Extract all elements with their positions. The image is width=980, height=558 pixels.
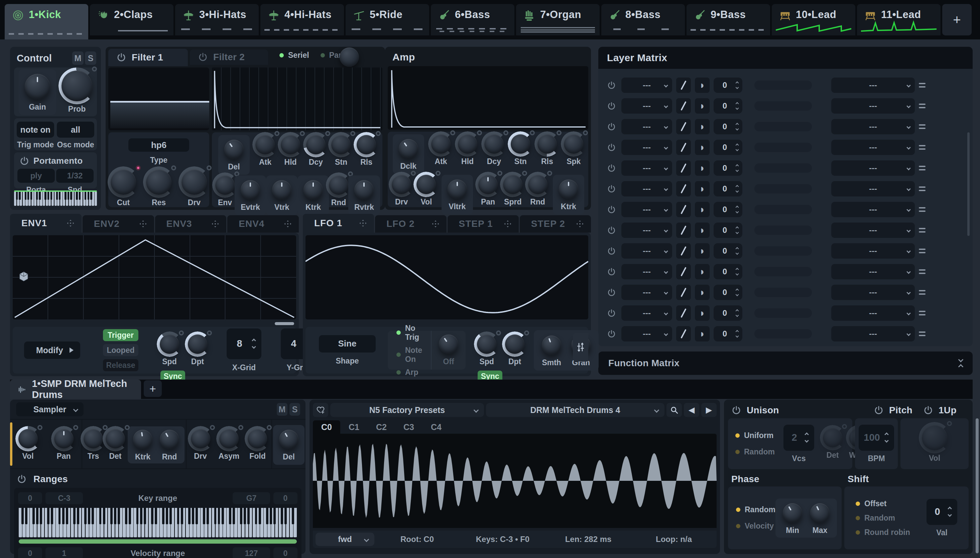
- env-tab[interactable]: ENV4: [227, 215, 299, 233]
- row-drag-handle[interactable]: [919, 269, 926, 274]
- lfo-tab[interactable]: LFO 2: [375, 215, 446, 233]
- modify-menu[interactable]: Modify: [24, 341, 80, 359]
- mod-target-select[interactable]: ---: [831, 119, 915, 134]
- knob[interactable]: Cut: [111, 169, 136, 207]
- mod-curve-button[interactable]: ◗: [695, 243, 709, 259]
- track-tab[interactable]: 8•Bass: [601, 4, 685, 35]
- knob[interactable]: Rnd: [160, 430, 179, 461]
- key-low-note[interactable]: C-3: [46, 492, 83, 504]
- row-drag-handle[interactable]: [919, 228, 926, 233]
- knob[interactable]: Del: [273, 425, 304, 465]
- knob[interactable]: Evtrk: [235, 176, 266, 215]
- key-low-velocity[interactable]: 0: [18, 492, 42, 504]
- mod-source-select[interactable]: ---: [621, 243, 672, 259]
- mod-polarity-button[interactable]: [676, 223, 691, 238]
- track-tab[interactable]: 4•Hi-Hats: [260, 4, 344, 35]
- move-icon[interactable]: [139, 220, 148, 228]
- add-track-button[interactable]: +: [942, 4, 972, 35]
- portamento-power-icon[interactable]: [20, 156, 30, 166]
- oneup-power-icon[interactable]: [923, 405, 933, 415]
- mod-polarity-button[interactable]: [676, 326, 691, 341]
- mod-amount-slider[interactable]: [754, 246, 812, 256]
- mod-target-select[interactable]: ---: [831, 181, 915, 197]
- lfo-mapping-button[interactable]: [573, 333, 588, 361]
- knob[interactable]: Atk: [431, 134, 451, 166]
- lfo-tab[interactable]: STEP 1: [448, 215, 519, 233]
- knob[interactable]: Stn: [331, 135, 351, 167]
- preset-select[interactable]: DRM MelTech Drums 4: [486, 403, 665, 417]
- knob[interactable]: Drv: [191, 429, 210, 461]
- routing-option[interactable]: Seriel: [279, 51, 309, 60]
- shift-mode-option[interactable]: Round robin: [856, 528, 926, 537]
- mod-source-select[interactable]: ---: [621, 160, 672, 176]
- mod-target-select[interactable]: ---: [831, 305, 915, 321]
- mod-amount-spinner[interactable]: 0: [714, 326, 742, 341]
- move-icon[interactable]: [431, 220, 440, 228]
- track-tab[interactable]: 10•Lead: [772, 4, 855, 35]
- voices-spinner[interactable]: 2: [783, 425, 814, 451]
- row-power-icon[interactable]: [607, 143, 616, 152]
- mod-amount-slider[interactable]: [754, 329, 812, 338]
- row-drag-handle[interactable]: [919, 145, 926, 150]
- knob[interactable]: Drv: [182, 169, 207, 207]
- mod-curve-button[interactable]: ◗: [695, 140, 709, 155]
- knob[interactable]: Vol: [18, 429, 38, 461]
- mod-amount-spinner[interactable]: 0: [714, 305, 742, 321]
- knob[interactable]: Prob: [61, 71, 92, 113]
- porta-speed-select[interactable]: 1/32: [56, 169, 94, 183]
- mod-amount-spinner[interactable]: 0: [714, 285, 742, 300]
- window-scrollbar[interactable]: [976, 419, 979, 553]
- mod-polarity-button[interactable]: [676, 285, 691, 300]
- mod-curve-button[interactable]: ◗: [695, 77, 709, 93]
- knob[interactable]: Vtrk: [266, 176, 297, 215]
- mod-polarity-button[interactable]: [676, 119, 691, 134]
- track-tab[interactable]: 5•Ride: [346, 4, 429, 35]
- mod-polarity-button[interactable]: [676, 264, 691, 279]
- mod-polarity-button[interactable]: [676, 140, 691, 155]
- mod-curve-button[interactable]: ◗: [695, 223, 709, 238]
- mod-amount-slider[interactable]: [754, 101, 812, 111]
- mod-target-select[interactable]: ---: [831, 243, 915, 259]
- porta-mode-select[interactable]: ply: [17, 169, 55, 183]
- mod-amount-slider[interactable]: [754, 205, 812, 214]
- knob[interactable]: Ktrk: [133, 430, 153, 461]
- trig-mode-select[interactable]: note on: [17, 121, 54, 138]
- filter-envelope-display[interactable]: [212, 67, 382, 130]
- note-tab[interactable]: C0: [313, 420, 340, 434]
- knob[interactable]: Hld: [281, 135, 300, 167]
- layer-solo-button[interactable]: S: [289, 403, 300, 416]
- mod-amount-spinner[interactable]: 0: [714, 264, 742, 279]
- mod-curve-button[interactable]: ◗: [695, 160, 709, 176]
- row-power-icon[interactable]: [607, 184, 616, 194]
- knob[interactable]: Vol: [417, 175, 436, 207]
- knob[interactable]: Rvtrk: [348, 176, 380, 215]
- mod-source-select[interactable]: ---: [621, 285, 672, 300]
- mod-source-select[interactable]: ---: [621, 77, 672, 93]
- mod-source-select[interactable]: ---: [621, 119, 672, 134]
- mod-amount-spinner[interactable]: 0: [714, 181, 742, 197]
- knob[interactable]: Smth: [542, 335, 561, 367]
- mod-target-select[interactable]: ---: [831, 326, 915, 341]
- knob[interactable]: Spd: [160, 335, 179, 366]
- mod-polarity-button[interactable]: [676, 181, 691, 197]
- lfo-wave-display[interactable]: [305, 235, 588, 319]
- row-drag-handle[interactable]: [919, 186, 926, 191]
- mod-curve-button[interactable]: ◗: [695, 98, 709, 113]
- next-preset-button[interactable]: ▶: [701, 403, 717, 417]
- knob[interactable]: Dpt: [505, 335, 524, 366]
- env-tab[interactable]: ENV1: [10, 214, 82, 233]
- row-power-icon[interactable]: [607, 122, 616, 131]
- row-power-icon[interactable]: [607, 81, 616, 90]
- knob[interactable]: Hld: [458, 134, 477, 166]
- phase-mode-option[interactable]: Random: [736, 505, 775, 514]
- mod-amount-spinner[interactable]: 0: [714, 119, 742, 134]
- move-icon[interactable]: [211, 220, 220, 228]
- search-button[interactable]: [666, 403, 682, 417]
- mod-source-select[interactable]: ---: [621, 223, 672, 238]
- knob[interactable]: Dpt: [188, 335, 207, 366]
- mod-curve-button[interactable]: ◗: [695, 285, 709, 300]
- mod-target-select[interactable]: ---: [831, 285, 915, 300]
- sample-layer-tab[interactable]: 1•SMP DRM MelTech Drums: [10, 379, 141, 399]
- x-grid-spinner[interactable]: 8: [227, 328, 261, 359]
- envelope-editor[interactable]: [13, 235, 296, 319]
